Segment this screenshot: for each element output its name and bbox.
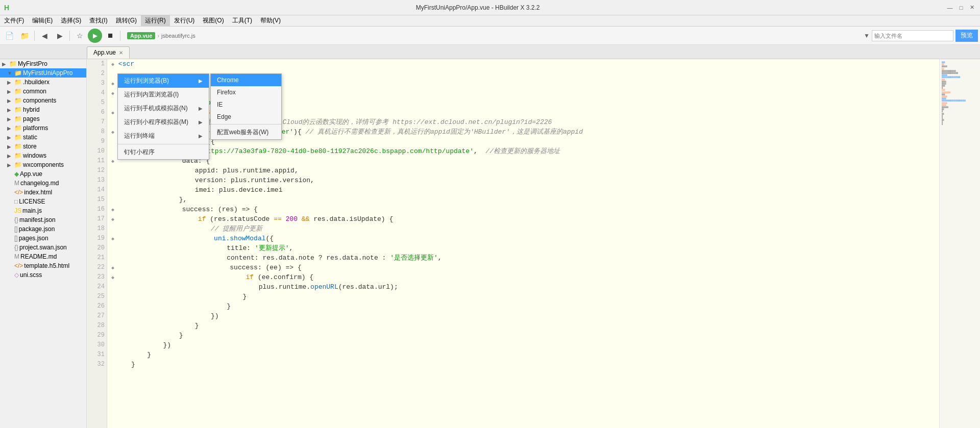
code-line-19: ◆ uni.showModal({ <box>111 234 935 243</box>
title-bar-controls: — □ ✕ <box>946 4 976 11</box>
sidebar: ▶ 📁 MyFirstPro ▼ 📁 MyFirstUniAppPro ▶ 📁 … <box>0 59 87 428</box>
menu-file[interactable]: 文件(F) <box>0 15 28 26</box>
menu-publish[interactable]: 发行(U) <box>170 15 199 26</box>
expand-icon: ▶ <box>7 162 13 168</box>
code-line-27: }) <box>111 311 935 321</box>
folder-icon: 📁 <box>14 134 22 141</box>
code-line-16: ◆ success: (res) => { <box>111 205 935 214</box>
sidebar-item-pages-json[interactable]: [] pages.json <box>0 234 86 243</box>
sidebar-item-app-vue[interactable]: ◆ App.vue <box>0 169 86 179</box>
debug-button[interactable]: ⏹ <box>103 29 117 43</box>
new-file-button[interactable]: 📄 <box>2 29 16 43</box>
search-input[interactable] <box>872 30 953 41</box>
expand-icon: ▶ <box>7 89 13 94</box>
code-line-32: } <box>111 360 935 369</box>
minimize-button[interactable]: — <box>946 4 953 11</box>
sidebar-item-project-swan[interactable]: {} project.swan.json <box>0 243 86 252</box>
sidebar-item-store[interactable]: ▶ 📁 store <box>0 142 86 151</box>
chrome-label: Chrome <box>217 77 239 84</box>
menu-help[interactable]: 帮助(V) <box>256 15 285 26</box>
menu-edit[interactable]: 编辑(E) <box>28 15 57 26</box>
line-num-16: 16 <box>89 205 105 214</box>
tab-close-icon[interactable]: ✕ <box>119 50 123 56</box>
sidebar-item-label: manifest.json <box>19 216 56 223</box>
sidebar-item-label: App.vue <box>20 170 42 178</box>
sidebar-item-pages[interactable]: ▶ 📁 pages <box>0 114 86 123</box>
file-icon: [] <box>14 225 18 233</box>
title-bar: H MyFirstUniAppPro/App.vue - HBuilder X … <box>0 0 980 15</box>
maximize-button[interactable]: □ <box>958 4 965 11</box>
sidebar-item-manifest[interactable]: {} manifest.json <box>0 215 86 224</box>
sidebar-item-static[interactable]: ▶ 📁 static <box>0 133 86 142</box>
sidebar-item-package-json[interactable]: [] package.json <box>0 224 86 234</box>
menu-goto[interactable]: 跳转(G) <box>112 15 141 26</box>
line-num-4: 4 <box>89 88 105 98</box>
code-line-11: ◆ data: { <box>111 156 935 166</box>
run-browser-label: 运行到浏览器(B) <box>124 77 169 85</box>
sidebar-item-hbuilderx[interactable]: ▶ 📁 .hbuilderx <box>0 78 86 87</box>
browser-chrome-item[interactable]: Chrome <box>211 74 281 86</box>
menu-view[interactable]: 视图(O) <box>199 15 228 26</box>
expand-icon: ▶ <box>2 61 8 67</box>
sidebar-item-main-js[interactable]: JS main.js <box>0 206 86 215</box>
file-icon: </> <box>14 189 23 196</box>
configure-webserver-item[interactable]: 配置web服务器(W) <box>211 125 281 139</box>
run-to-phone-item[interactable]: 运行到手机或模拟器(N) ▶ <box>118 102 209 115</box>
browser-ie-item[interactable]: IE <box>211 98 281 111</box>
sidebar-item-label: pages <box>23 115 40 122</box>
expand-icon: ▶ <box>7 125 13 131</box>
filter-icon: ▼ <box>864 32 870 39</box>
sidebar-item-label: store <box>23 143 37 150</box>
app-icon: H <box>4 4 9 12</box>
line-num-3: 3 <box>89 79 105 88</box>
sidebar-project-main[interactable]: ▼ 📁 MyFirstUniAppPro <box>0 68 86 78</box>
sidebar-item-uni-scss[interactable]: ◇ uni.scss <box>0 270 86 280</box>
sidebar-item-label: uni.scss <box>20 271 42 279</box>
preview-button[interactable]: 预览 <box>955 30 978 42</box>
line-num-28: 28 <box>89 321 105 331</box>
forward-button[interactable]: ▶ <box>53 29 67 43</box>
sidebar-item-windows[interactable]: ▶ 📁 windows <box>0 151 86 160</box>
file-icon: ◆ <box>14 170 19 178</box>
edge-label: Edge <box>217 113 231 120</box>
run-button[interactable]: ▶ <box>88 29 102 43</box>
browser-firefox-item[interactable]: Firefox <box>211 86 281 98</box>
run-to-builtin-browser-item[interactable]: 运行到内置浏览器(I) <box>118 88 209 102</box>
sidebar-item-template-h5[interactable]: </> template.h5.html <box>0 261 86 270</box>
run-to-miniapp-item[interactable]: 运行到小程序模拟器(M) ▶ <box>118 115 209 129</box>
run-to-browser-item[interactable]: 运行到浏览器(B) ▶ <box>118 74 209 88</box>
sidebar-item-license[interactable]: □ LICENSE <box>0 197 86 206</box>
browser-edge-item[interactable]: Edge <box>211 111 281 123</box>
sidebar-item-changelog[interactable]: M changelog.md <box>0 179 86 188</box>
expand-icon: ▶ <box>7 135 13 140</box>
sidebar-project-first[interactable]: ▶ 📁 MyFirstPro <box>0 59 86 68</box>
folder-icon: 📁 <box>14 106 22 113</box>
menu-find[interactable]: 查找(I) <box>85 15 111 26</box>
code-line-30: }) <box>111 340 935 350</box>
sidebar-item-components[interactable]: ▶ 📁 components <box>0 96 86 105</box>
sidebar-item-wxcomponents[interactable]: ▶ 📁 wxcomponents <box>0 160 86 169</box>
submenu-arrow-terminal: ▶ <box>199 133 203 139</box>
sidebar-item-label: hybrid <box>23 106 40 113</box>
back-button[interactable]: ◀ <box>37 29 52 43</box>
sidebar-item-platforms[interactable]: ▶ 📁 platforms <box>0 123 86 133</box>
line-num-1: 1 <box>89 59 105 69</box>
dingtalk-miniapp-item[interactable]: 钉钉小程序 <box>118 145 209 159</box>
menu-select[interactable]: 选择(S) <box>57 15 85 26</box>
tab-app-vue[interactable]: App.vue ✕ <box>87 46 130 59</box>
run-to-terminal-item[interactable]: 运行到终端 ▶ <box>118 129 209 143</box>
file-icon: JS <box>14 207 21 214</box>
sidebar-item-index-html[interactable]: </> index.html <box>0 188 86 197</box>
submenu-arrow-browser: ▶ <box>199 78 203 84</box>
sidebar-item-hybrid[interactable]: ▶ 📁 hybrid <box>0 105 86 114</box>
open-file-button[interactable]: 📁 <box>17 29 32 43</box>
line-num-26: 26 <box>89 301 105 311</box>
menu-tools[interactable]: 工具(T) <box>228 15 256 26</box>
sidebar-item-common[interactable]: ▶ 📁 common <box>0 87 86 96</box>
close-button[interactable]: ✕ <box>969 4 976 11</box>
code-line-14: imei: plus.device.imei <box>111 185 935 195</box>
sidebar-item-label: LICENSE <box>19 198 45 205</box>
menu-run[interactable]: 运行(R) <box>141 15 170 26</box>
bookmark-button[interactable]: ☆ <box>72 29 87 43</box>
sidebar-item-readme[interactable]: M README.md <box>0 252 86 261</box>
